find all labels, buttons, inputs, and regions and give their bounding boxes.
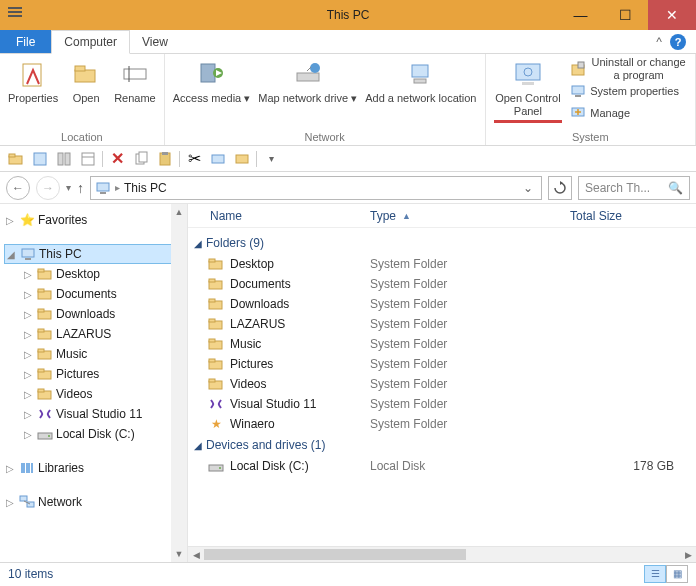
view-large-icons-button[interactable]: ▦ [666,565,688,583]
list-item[interactable]: ★WinaeroSystem Folder [194,414,696,434]
svg-rect-14 [414,79,426,83]
help-icon[interactable]: ? [670,34,686,50]
svg-rect-46 [38,309,44,312]
svg-rect-37 [100,192,106,194]
maximize-button[interactable]: ☐ [603,0,648,30]
tree-network[interactable]: ▷ Network [4,492,187,512]
recent-locations-icon[interactable]: ▾ [66,182,71,193]
list-item[interactable]: VideosSystem Folder [194,374,696,394]
tree-favorites[interactable]: ▷ ⭐ Favorites [4,210,187,230]
content-horizontal-scrollbar[interactable]: ◀▶ [188,546,696,562]
collapse-ribbon-icon[interactable]: ^ [656,35,662,49]
ribbon: Properties Open Rename Location Access m… [0,54,696,146]
tree-item[interactable]: ▷LAZARUS [22,324,187,344]
qat-delete-icon[interactable]: ✕ [107,149,127,169]
tree-libraries[interactable]: ▷ Libraries [4,458,187,478]
minimize-button[interactable]: — [558,0,603,30]
properties-button[interactable]: Properties [4,56,62,107]
list-item[interactable]: MusicSystem Folder [194,334,696,354]
access-media-button[interactable]: Access media ▾ [169,56,255,107]
svg-rect-44 [38,289,44,292]
navpane-scrollbar[interactable]: ▲▼ [171,204,187,562]
folder-icon [208,296,224,312]
svg-rect-40 [25,258,31,260]
qat-icon-4[interactable] [78,149,98,169]
libraries-icon [19,460,35,476]
tree-item[interactable]: ▷Videos [22,384,187,404]
tab-view[interactable]: View [130,30,181,53]
quick-access-toolbar: ✕ ✂ ▾ [0,146,696,172]
tree-item[interactable]: ▷Music [22,344,187,364]
column-type[interactable]: Type▲ [370,209,570,223]
tree-item[interactable]: ▷Downloads [22,304,187,324]
folder-icon [208,316,224,332]
tree-item[interactable]: ▷Desktop [22,264,187,284]
list-item[interactable]: DocumentsSystem Folder [194,274,696,294]
map-network-drive-button[interactable]: Map network drive ▾ [254,56,361,107]
svg-rect-33 [162,152,168,155]
folder-icon [208,376,224,392]
svg-rect-60 [20,496,27,501]
navigation-pane: ▷ ⭐ Favorites ◢ This PC ▷Desktop▷Documen… [0,204,188,562]
up-button[interactable]: ↑ [77,180,84,196]
qat-new-folder-icon[interactable] [6,149,26,169]
qat-copy-icon[interactable] [131,149,151,169]
group-drives[interactable]: ◢Devices and drives (1) [194,434,696,456]
tree-item[interactable]: ▷Visual Studio 11 [22,404,187,424]
column-name[interactable]: Name [210,209,370,223]
star-icon: ⭐ [19,212,35,228]
manage-button[interactable]: Manage [566,102,691,124]
list-item[interactable]: DownloadsSystem Folder [194,294,696,314]
svg-rect-21 [575,95,581,97]
list-item[interactable]: Visual Studio 11System Folder [194,394,696,414]
close-button[interactable]: ✕ [648,0,696,30]
list-item[interactable]: Local Disk (C:)Local Disk178 GB [194,456,696,476]
list-item[interactable]: DesktopSystem Folder [194,254,696,274]
address-bar[interactable]: ▸ This PC ⌄ [90,176,542,200]
tab-file[interactable]: File [0,30,51,53]
list-item[interactable]: LAZARUSSystem Folder [194,314,696,334]
open-button[interactable]: Open [62,56,110,107]
folder-icon [208,336,224,352]
back-button[interactable]: ← [6,176,30,200]
qat-icon-10[interactable] [232,149,252,169]
qat-icon-9[interactable] [208,149,228,169]
search-input[interactable]: Search Th... 🔍 [578,176,690,200]
add-network-location-button[interactable]: Add a network location [361,56,480,107]
svg-rect-39 [22,249,34,257]
open-control-panel-button[interactable]: Open Control Panel [490,56,567,119]
system-properties-button[interactable]: System properties [566,80,691,102]
tree-item[interactable]: ▷Pictures [22,364,187,384]
qat-paste-icon[interactable] [155,149,175,169]
svg-rect-19 [578,62,584,68]
svg-rect-4 [75,70,95,82]
address-dropdown-icon[interactable]: ⌄ [519,181,537,195]
svg-rect-48 [38,329,44,332]
folder-icon [37,266,53,282]
forward-button[interactable]: → [36,176,60,200]
control-panel-icon [512,58,544,90]
list-item[interactable]: PicturesSystem Folder [194,354,696,374]
qat-customize-icon[interactable]: ▾ [261,149,281,169]
tab-computer[interactable]: Computer [51,30,130,54]
qat-cut-icon[interactable]: ✂ [184,149,204,169]
column-headers: Name Type▲ Total Size [188,204,696,228]
uninstall-program-button[interactable]: Uninstall or change a program [566,58,691,80]
tree-item[interactable]: ▷Local Disk (C:) [22,424,187,444]
tree-this-pc[interactable]: ◢ This PC [4,244,187,264]
rename-button[interactable]: Rename [110,56,160,107]
group-folders[interactable]: ◢Folders (9) [194,232,696,254]
folder-icon [208,356,224,372]
qat-icon-3[interactable] [54,149,74,169]
svg-rect-66 [209,279,215,282]
tree-item[interactable]: ▷Documents [22,284,187,304]
map-drive-icon [292,58,324,90]
sort-indicator-icon: ▲ [402,211,411,221]
status-item-count: 10 items [8,567,53,581]
svg-point-56 [48,435,50,437]
column-total-size[interactable]: Total Size [570,209,696,223]
svg-rect-52 [38,369,44,372]
view-details-button[interactable]: ☰ [644,565,666,583]
qat-icon-2[interactable] [30,149,50,169]
refresh-button[interactable] [548,176,572,200]
